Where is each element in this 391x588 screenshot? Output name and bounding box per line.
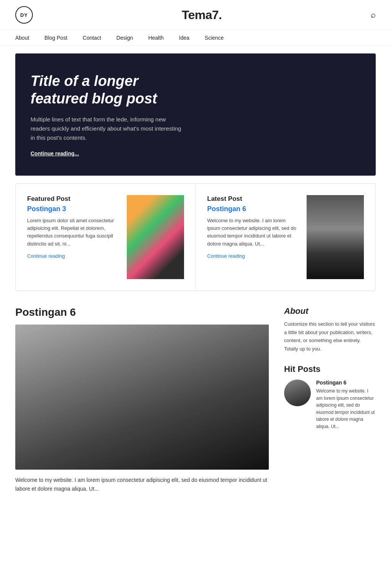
card-2-label: Latest Post [207, 195, 299, 203]
card-2-image-placeholder [307, 195, 364, 279]
site-title: Tema7. [182, 8, 222, 22]
card-1-label: Featured Post [27, 195, 119, 203]
featured-post-card: Featured Post Postingan 3 Lorem ipsum do… [16, 184, 196, 291]
card-2-post-link[interactable]: Postingan 6 [207, 205, 299, 213]
logo-initials: DY [20, 12, 28, 18]
hit-post-image-inner [284, 380, 311, 406]
hero-continue-link[interactable]: Continue reading... [31, 150, 79, 157]
main-post-title: Postingan 6 [15, 306, 269, 318]
nav-item-about[interactable]: About [15, 35, 29, 41]
sidebar-about: About Customize this section to tell you… [284, 306, 376, 353]
sidebar-hit-posts: Hit Posts Postingan 6 Welcome to my webs… [284, 364, 376, 430]
main-content: Postingan 6 Welcome to my website. I am … [15, 306, 269, 493]
main-section: Postingan 6 Welcome to my website. I am … [15, 306, 376, 493]
card-text-1: Featured Post Postingan 3 Lorem ipsum do… [27, 195, 119, 279]
hit-post-item: Postingan 6 Welcome to my website. I am … [284, 380, 376, 430]
nav-item-blogpost[interactable]: Blog Post [45, 35, 68, 41]
logo[interactable]: DY [15, 6, 33, 24]
nav-item-design[interactable]: Design [116, 35, 133, 41]
nav-item-contact[interactable]: Contact [83, 35, 101, 41]
card-2-excerpt: Welcome to my website. I am lorem ipsum … [207, 217, 299, 248]
nav-item-health[interactable]: Health [148, 35, 163, 41]
hero-excerpt: Multiple lines of text that form the led… [31, 115, 183, 142]
hit-post-name: Postingan 6 [316, 380, 376, 386]
card-1-post-link[interactable]: Postingan 3 [27, 205, 119, 213]
main-post-image-inner [15, 325, 269, 470]
card-1-image-placeholder [127, 195, 184, 279]
site-header: DY Tema7. ⌕ [0, 0, 391, 30]
nav-item-idea[interactable]: Idea [179, 35, 189, 41]
cards-row: Featured Post Postingan 3 Lorem ipsum do… [15, 183, 376, 291]
hit-post-image [284, 380, 311, 406]
hit-post-excerpt: Welcome to my website. I am lorem ipsum … [316, 388, 376, 430]
sidebar: About Customize this section to tell you… [284, 306, 376, 493]
card-text-2: Latest Post Postingan 6 Welcome to my we… [207, 195, 299, 279]
sidebar-about-title: About [284, 306, 376, 316]
search-icon: ⌕ [371, 10, 376, 19]
card-2-continue[interactable]: Continue reading [207, 253, 245, 259]
nav-item-science[interactable]: Science [205, 35, 224, 41]
latest-post-card: Latest Post Postingan 6 Welcome to my we… [196, 184, 376, 291]
card-2-bw-img [307, 195, 364, 279]
search-button[interactable]: ⌕ [371, 10, 376, 20]
main-post-excerpt: Welcome to my website. I am lorem ipsum … [15, 476, 269, 493]
card-1-excerpt: Lorem ipsum dolor sit amet consectetur a… [27, 217, 119, 248]
sidebar-about-text: Customize this section to tell your visi… [284, 320, 376, 353]
card-2-image [307, 195, 364, 279]
hit-post-text: Postingan 6 Welcome to my website. I am … [316, 380, 376, 430]
main-post-image [15, 325, 269, 470]
main-nav: About Blog Post Contact Design Health Id… [0, 30, 391, 46]
sidebar-hits-title: Hit Posts [284, 364, 376, 374]
hero-title: Title of a longer featured blog post [31, 73, 191, 107]
hero-section: Title of a longer featured blog post Mul… [15, 53, 376, 176]
card-1-image [127, 195, 184, 279]
card-1-fashion-img [127, 195, 184, 279]
card-1-continue[interactable]: Continue reading [27, 253, 65, 259]
